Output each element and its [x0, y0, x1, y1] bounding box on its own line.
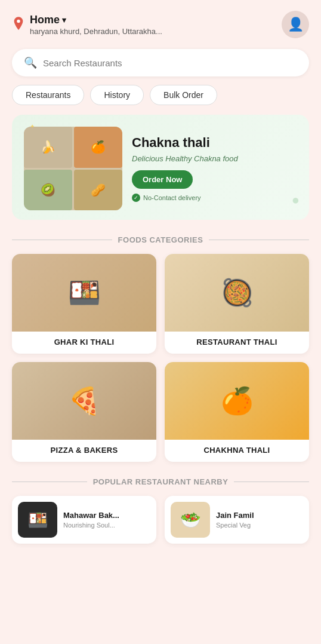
popular-restaurants-header: POPULAR RESTAURANT NEARBY [0, 474, 321, 496]
promo-banner: 🍌 🍊 🥝 🥜 Chakna thali Delicious Healthy C… [12, 115, 309, 220]
food-cell-4: 🥜 [74, 170, 122, 211]
chevron-down-icon: ▾ [62, 16, 66, 24]
categories-grid: 🍱 GHAR KI THALI 🥘 RESTAURANT THALI 🍕 PIZ… [0, 254, 321, 474]
banner-food-image: 🍌 🍊 🥝 🥜 [24, 127, 122, 210]
header: Home ▾ haryana khurd, Dehradun, Uttarakh… [0, 0, 321, 45]
profile-icon: 👤 [288, 17, 304, 32]
tab-history[interactable]: History [90, 85, 144, 105]
section-line-right [209, 240, 309, 240]
restaurant-card-jain[interactable]: 🥗 Jain Famil Special Veg [165, 496, 309, 544]
search-container: 🔍 [0, 45, 321, 85]
food-cell-3: 🥝 [24, 170, 72, 211]
home-location-btn[interactable]: Home ▾ [30, 14, 162, 26]
category-chakhna-thali[interactable]: 🍊 CHAKHNA THALI [165, 362, 309, 462]
restaurant-card-mahawar[interactable]: 🍱 Mahawar Bak... Nourishing Soul... [12, 496, 156, 544]
section-line-left [12, 240, 112, 240]
chakhna-thali-image: 🍊 [165, 362, 309, 440]
food-cell-2: 🍊 [74, 127, 122, 168]
svg-point-0 [17, 20, 20, 23]
category-ghar-ki-thali[interactable]: 🍱 GHAR KI THALI [12, 254, 156, 354]
jain-name: Jain Famil [216, 511, 303, 520]
restaurant-cards-grid: 🍱 Mahawar Bak... Nourishing Soul... 🥗 Ja… [12, 496, 309, 556]
ghar-ki-thali-label: GHAR KI THALI [12, 332, 156, 354]
category-pizza-bakers[interactable]: 🍕 PIZZA & BAKERS [12, 362, 156, 462]
check-icon: ✓ [132, 194, 140, 202]
restaurants-section: 🍱 Mahawar Bak... Nourishing Soul... 🥗 Ja… [0, 496, 321, 556]
mahawar-info: Mahawar Bak... Nourishing Soul... [63, 511, 150, 529]
banner-title: Chakna thali [132, 135, 297, 151]
tab-restaurants[interactable]: Restaurants [12, 85, 84, 105]
restaurant-thali-image: 🥘 [165, 254, 309, 332]
banner-subtitle: Delicious Healthy Chakna food [132, 154, 297, 163]
mahawar-name: Mahawar Bak... [63, 511, 150, 520]
tab-bar: Restaurants History Bulk Order [0, 85, 321, 115]
pizza-bakers-label: PIZZA & BAKERS [12, 440, 156, 462]
mahawar-thumbnail: 🍱 [18, 502, 57, 538]
search-input[interactable] [43, 58, 297, 68]
jain-description: Special Veg [216, 522, 303, 529]
popular-line-right [234, 482, 309, 482]
tab-bulk-order[interactable]: Bulk Order [150, 85, 217, 105]
mahawar-description: Nourishing Soul... [63, 522, 150, 529]
banner-content: Chakna thali Delicious Healthy Chakna fo… [132, 135, 297, 202]
no-contact-label: ✓ No-Contact delivery [132, 194, 297, 202]
location-pin-icon [12, 17, 25, 32]
restaurant-thali-label: RESTAURANT THALI [165, 332, 309, 354]
header-text: Home ▾ haryana khurd, Dehradun, Uttarakh… [30, 14, 162, 36]
category-restaurant-thali[interactable]: 🥘 RESTAURANT THALI [165, 254, 309, 354]
profile-button[interactable]: 👤 [282, 11, 309, 38]
jain-thumbnail: 🥗 [171, 502, 210, 538]
header-left: Home ▾ haryana khurd, Dehradun, Uttarakh… [12, 14, 162, 36]
search-icon: 🔍 [24, 56, 37, 69]
search-box: 🔍 [12, 49, 309, 76]
address-text: haryana khurd, Dehradun, Uttarakha... [30, 27, 162, 36]
food-categories-title: FOODS CATEGORIES [118, 235, 203, 244]
pizza-bakers-image: 🍕 [12, 362, 156, 440]
ghar-ki-thali-image: 🍱 [12, 254, 156, 332]
popular-line-left [12, 482, 87, 482]
chakhna-thali-label: CHAKHNA THALI [165, 440, 309, 462]
food-categories-header: FOODS CATEGORIES [0, 232, 321, 254]
order-now-button[interactable]: Order Now [132, 170, 193, 189]
jain-info: Jain Famil Special Veg [216, 511, 303, 529]
home-label: Home [30, 14, 60, 26]
food-cell-1: 🍌 [24, 127, 72, 168]
popular-restaurants-title: POPULAR RESTAURANT NEARBY [93, 477, 229, 486]
